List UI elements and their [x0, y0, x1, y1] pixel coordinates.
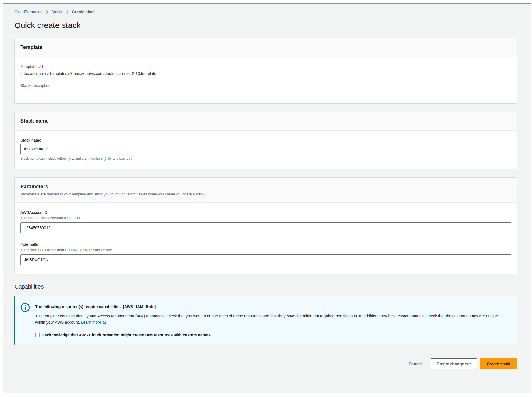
stack-name-constraint: Stack name can include letters (A-Z and … — [20, 157, 511, 161]
parameter-awsaccountid: AWSAccountID The Partner AWS Account ID … — [20, 210, 511, 233]
breadcrumb-current: Create stack — [72, 10, 96, 14]
template-url-value: https://dash-rest-templates.s3.amazonaws… — [20, 71, 511, 76]
info-icon — [20, 303, 30, 312]
chevron-right-icon — [66, 10, 69, 14]
stack-description-field: Stack description - — [20, 83, 511, 95]
parameter-externalid-input[interactable] — [20, 254, 511, 265]
parameter-externalid-description: The External ID from Dash ComplyOps to a… — [20, 248, 511, 252]
parameter-externalid: ExternalId The External ID from Dash Com… — [20, 242, 511, 265]
parameters-section-title: Parameters — [20, 184, 511, 190]
parameter-awsaccountid-description: The Partner AWS Account ID To trust — [20, 216, 511, 220]
stack-name-input[interactable] — [20, 144, 511, 154]
breadcrumb: CloudFormation Stacks Create stack — [14, 10, 517, 14]
capabilities-alert-content: The following resource(s) require capabi… — [35, 302, 511, 337]
chevron-right-icon — [46, 10, 48, 14]
footer-actions: Cancel Create change set Create stack — [14, 358, 517, 369]
stack-name-section-title: Stack name — [20, 118, 511, 124]
template-section: Template Template URL https://dash-rest-… — [14, 38, 517, 104]
stack-name-label: Stack name — [20, 138, 511, 142]
breadcrumb-link-cloudformation[interactable]: CloudFormation — [14, 10, 43, 14]
stack-description-label: Stack description — [20, 83, 511, 88]
parameters-section: Parameters Parameters are defined in you… — [14, 177, 517, 274]
parameter-externalid-label: ExternalId — [20, 242, 511, 247]
stack-name-section: Stack name Stack name Stack name can inc… — [14, 112, 517, 169]
iam-acknowledge-row[interactable]: I acknowledge that AWS CloudFormation mi… — [35, 333, 511, 337]
capabilities-alert-title: The following resource(s) require capabi… — [35, 304, 511, 309]
capabilities-alert-body: This template contains Identity and Acce… — [35, 313, 499, 325]
template-section-header: Template — [15, 38, 517, 57]
capabilities-title: Capabilities — [14, 283, 517, 290]
parameters-section-body: AWSAccountID The Partner AWS Account ID … — [15, 203, 517, 274]
template-url-label: Template URL — [20, 64, 511, 69]
template-section-title: Template — [20, 44, 511, 50]
parameters-section-header: Parameters Parameters are defined in you… — [15, 178, 517, 203]
learn-more-link[interactable]: Learn more — [81, 320, 106, 325]
stack-description-value: - — [20, 90, 511, 95]
parameter-awsaccountid-label: AWSAccountID — [20, 210, 511, 215]
template-url-field: Template URL https://dash-rest-templates… — [20, 64, 511, 76]
capabilities-alert: The following resource(s) require capabi… — [14, 296, 517, 345]
breadcrumb-link-stacks[interactable]: Stacks — [52, 10, 63, 14]
template-section-body: Template URL https://dash-rest-templates… — [15, 57, 517, 103]
create-change-set-button[interactable]: Create change set — [431, 358, 477, 369]
page-title: Quick create stack — [14, 21, 517, 30]
console-content-frame: CloudFormation Stacks Create stack Quick… — [3, 3, 531, 393]
parameter-awsaccountid-input[interactable] — [20, 222, 511, 233]
learn-more-label: Learn more — [81, 320, 101, 325]
stack-name-section-header: Stack name — [15, 112, 517, 131]
iam-acknowledge-label: I acknowledge that AWS CloudFormation mi… — [42, 333, 212, 337]
stack-name-section-body: Stack name Stack name can include letter… — [15, 131, 517, 169]
iam-acknowledge-checkbox[interactable] — [35, 333, 40, 337]
parameters-section-description: Parameters are defined in your template … — [20, 192, 511, 196]
cancel-button[interactable]: Cancel — [403, 359, 427, 369]
external-link-icon — [102, 320, 106, 324]
create-stack-button[interactable]: Create stack — [480, 358, 517, 369]
